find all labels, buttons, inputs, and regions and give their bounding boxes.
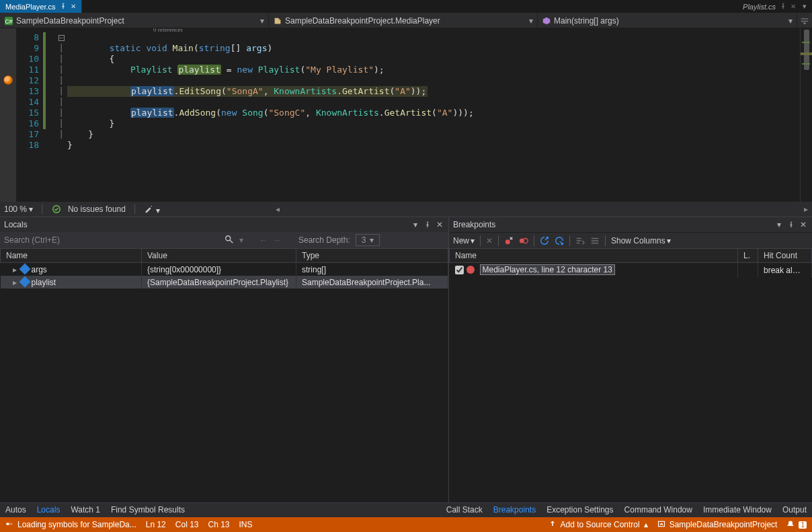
locals-panel: Locals ▾ ✕ ▾ ← → Search Depth: 3 ▾ Na xyxy=(0,217,449,502)
export-icon[interactable] xyxy=(540,236,549,245)
breakpoints-panel: Breakpoints ▾ ✕ New ▾ ✕ xyxy=(449,217,812,502)
chevron-down-icon[interactable]: ▾ xyxy=(239,235,243,245)
tool-tab-exception-settings[interactable]: Exception Settings xyxy=(541,503,618,517)
codelens-references[interactable]: 0 references xyxy=(153,28,183,35)
variable-icon xyxy=(19,276,30,288)
column-header[interactable]: Name xyxy=(1,249,142,263)
brush-icon[interactable]: ▾ xyxy=(144,204,159,215)
locals-row[interactable]: ▸playlist {SampleDataBreakpointProject.P… xyxy=(1,276,448,289)
column-header[interactable]: Type xyxy=(296,249,448,263)
status-char[interactable]: Ch 13 xyxy=(208,520,229,529)
pin-icon[interactable] xyxy=(60,3,67,11)
tool-tab-locals[interactable]: Locals xyxy=(32,503,66,517)
status-line[interactable]: Ln 12 xyxy=(146,520,166,529)
search-input[interactable] xyxy=(4,235,219,245)
publish-button[interactable]: SampleDataBreakpointProject xyxy=(657,520,778,530)
show-columns-dropdown[interactable]: Show Columns ▾ xyxy=(611,236,671,245)
code-content[interactable]: 0 references static void Main(string[] a… xyxy=(67,28,800,202)
delete-breakpoint-icon[interactable]: ✕ xyxy=(486,236,493,245)
column-header[interactable]: L. xyxy=(738,249,758,263)
bell-icon xyxy=(786,520,795,530)
notification-count: 1 xyxy=(799,521,807,529)
status-ins[interactable]: INS xyxy=(239,520,253,529)
tool-window-tabstrip: AutosLocalsWatch 1Find Symbol Results Ca… xyxy=(0,502,812,517)
nav-class[interactable]: SampleDataBreakpointProject.MediaPlayer … xyxy=(269,13,538,28)
notifications-button[interactable]: 1 xyxy=(786,520,807,530)
window-menu-icon[interactable]: ▾ xyxy=(411,220,420,229)
close-icon[interactable]: ✕ xyxy=(435,220,444,229)
tab-playlist-preview[interactable]: Playlist.cs ✕ ▾ xyxy=(737,0,812,13)
variable-icon xyxy=(19,264,30,275)
zoom-dropdown[interactable]: 100 % ▾ xyxy=(4,204,33,214)
tool-tab-watch-1[interactable]: Watch 1 xyxy=(65,503,106,517)
tool-tab-output[interactable]: Output xyxy=(777,503,812,517)
vertical-scrollbar[interactable] xyxy=(800,28,812,202)
nav-method[interactable]: Main(string[] args) ▾ xyxy=(538,13,797,28)
window-menu-icon[interactable]: ▾ xyxy=(774,220,784,229)
breakpoint-enabled-checkbox[interactable] xyxy=(455,266,464,274)
tool-tab-autos[interactable]: Autos xyxy=(0,503,32,517)
tool-tab-find-symbol-results[interactable]: Find Symbol Results xyxy=(106,503,190,517)
status-loading[interactable]: Loading symbols for SampleDa... xyxy=(5,520,136,530)
status-col[interactable]: Col 13 xyxy=(175,520,199,529)
scroll-right-icon[interactable]: ▸ xyxy=(804,204,808,214)
close-icon[interactable]: ✕ xyxy=(71,3,76,10)
breakpoint-row[interactable]: MediaPlayer.cs, line 12 character 13 bre… xyxy=(450,263,812,278)
pin-icon[interactable] xyxy=(786,220,796,229)
delete-all-icon[interactable] xyxy=(504,236,514,245)
nav-method-label: Main(string[] args) xyxy=(554,16,619,26)
breakpoint-indicator[interactable] xyxy=(3,75,13,85)
chevron-down-icon: ▾ xyxy=(529,16,533,26)
column-header[interactable]: Value xyxy=(142,249,296,263)
go-to-disasm-icon[interactable] xyxy=(590,236,600,245)
tab-mediaplayer[interactable]: MediaPlayer.cs ✕ xyxy=(0,0,82,13)
tool-tab-breakpoints[interactable]: Breakpoints xyxy=(488,503,541,517)
breakpoint-margin[interactable] xyxy=(0,28,16,202)
locals-row[interactable]: ▸args {string[0x00000000]} string[] xyxy=(1,263,448,276)
code-editor: 89101112131415161718 − │││││││││ 0 refer… xyxy=(0,28,812,217)
chevron-down-icon: ▾ xyxy=(788,16,793,26)
new-breakpoint-button[interactable]: New ▾ xyxy=(453,236,475,245)
source-control-button[interactable]: Add to Source Control ▴ xyxy=(549,520,648,530)
chevron-down-icon: ▾ xyxy=(370,235,374,245)
nav-fwd-icon[interactable]: → xyxy=(273,235,281,245)
status-bar: Loading symbols for SampleDa... Ln 12 Co… xyxy=(0,517,812,532)
pin-icon[interactable] xyxy=(423,220,432,229)
tool-tab-call-stack[interactable]: Call Stack xyxy=(441,503,488,517)
nav-project[interactable]: C# SampleDataBreakpointProject ▾ xyxy=(0,13,269,28)
expander-icon[interactable]: ▸ xyxy=(11,265,18,274)
toggle-all-icon[interactable] xyxy=(519,236,528,245)
locals-toolbar: ▾ ← → Search Depth: 3 ▾ xyxy=(0,232,448,248)
search-depth-dropdown[interactable]: 3 ▾ xyxy=(356,234,380,246)
close-icon[interactable]: ✕ xyxy=(790,3,796,10)
nav-class-label: SampleDataBreakpointProject.MediaPlayer xyxy=(285,16,440,26)
tool-tab-command-window[interactable]: Command Window xyxy=(619,503,698,517)
column-header[interactable]: Name xyxy=(450,249,738,263)
pin-icon[interactable] xyxy=(780,3,786,11)
scroll-left-icon[interactable]: ◂ xyxy=(276,204,280,214)
import-icon[interactable] xyxy=(555,236,564,245)
breakpoints-toolbar: New ▾ ✕ Show Co xyxy=(449,232,812,248)
split-handle[interactable] xyxy=(797,13,812,28)
tab-label: Playlist.cs xyxy=(743,3,776,11)
tool-panels: Locals ▾ ✕ ▾ ← → Search Depth: 3 ▾ Na xyxy=(0,217,812,502)
tool-tab-immediate-window[interactable]: Immediate Window xyxy=(698,503,777,517)
chevron-down-icon[interactable]: ▾ xyxy=(803,2,807,11)
close-icon[interactable]: ✕ xyxy=(799,220,808,229)
issues-label[interactable]: No issues found xyxy=(68,204,126,214)
panel-title-label: Breakpoints xyxy=(453,220,495,229)
animation-icon xyxy=(5,520,13,530)
editor-status-strip: 100 % ▾ │ No issues found │ ▾ ◂ ▸ xyxy=(0,202,812,217)
method-icon xyxy=(542,16,551,26)
nav-back-icon[interactable]: ← xyxy=(259,235,268,245)
column-header[interactable]: Hit Count xyxy=(758,249,812,263)
tab-label: MediaPlayer.cs xyxy=(5,3,56,11)
locals-grid: Name Value Type ▸args {string[0x00000000… xyxy=(0,248,448,289)
expander-icon[interactable]: ▸ xyxy=(11,278,18,287)
svg-text:C#: C# xyxy=(5,17,12,24)
document-tab-strip: MediaPlayer.cs ✕ Playlist.cs ✕ ▾ xyxy=(0,0,812,13)
outline-margin[interactable]: − │││││││││ xyxy=(55,28,67,202)
go-to-source-icon[interactable] xyxy=(575,236,585,245)
svg-point-3 xyxy=(226,235,231,240)
search-icon[interactable] xyxy=(225,235,234,246)
